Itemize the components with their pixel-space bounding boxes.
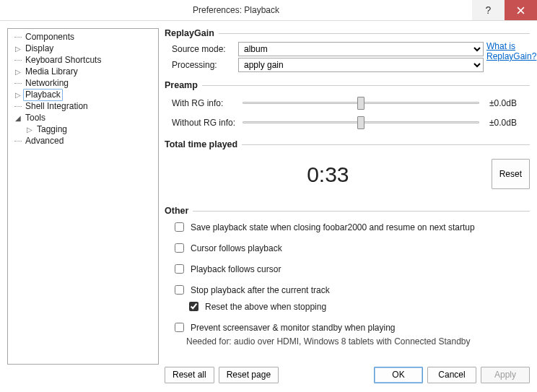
tree-collapsed-icon: ▷	[25, 124, 35, 135]
source-mode-label: Source mode:	[172, 44, 234, 54]
tree-item[interactable]: ▷Display	[10, 43, 156, 54]
prevent-screensaver-label: Prevent screensaver & monitor standby wh…	[191, 323, 395, 333]
playback-follows-checkbox[interactable]	[175, 264, 184, 274]
tree-item[interactable]: Advanced	[10, 135, 156, 147]
tree-item-label: Media Library	[23, 66, 80, 77]
help-button[interactable]: ?	[472, 0, 505, 20]
reset-when-stop-label: Reset the above when stopping	[205, 302, 326, 312]
tree-collapsed-icon: ▷	[13, 66, 23, 77]
close-button[interactable]	[505, 0, 537, 20]
tree-item[interactable]: Components	[10, 31, 156, 43]
tree-item-label: Advanced	[23, 136, 66, 147]
tree-leaf-icon	[13, 136, 23, 147]
tree-leaf-icon	[13, 78, 23, 89]
source-mode-select[interactable]: album	[238, 42, 484, 56]
save-state-label: Save playback state when closing foobar2…	[191, 222, 475, 232]
tree-item-label: Display	[23, 43, 56, 54]
with-rg-slider[interactable]	[243, 96, 479, 109]
cursor-follows-label: Cursor follows playback	[191, 243, 282, 253]
cancel-button[interactable]: Cancel	[427, 367, 476, 383]
tree-item-label: Keyboard Shortcuts	[23, 55, 103, 66]
divider	[193, 211, 530, 212]
other-group: Other Save playback state when closing f…	[165, 206, 530, 347]
processing-select[interactable]: apply gain	[238, 58, 484, 72]
titlebar: Preferences: Playback ?	[0, 0, 537, 21]
help-icon: ?	[486, 4, 492, 16]
playback-follows-label: Playback follows cursor	[191, 264, 281, 274]
tree-expanded-icon: ◢	[13, 113, 23, 123]
total-time-group: Total time played 0:33 Reset	[165, 139, 530, 199]
replaygain-title: ReplayGain	[165, 28, 214, 38]
with-rg-label: With RG info:	[172, 98, 241, 108]
tree-item[interactable]: Shell Integration	[10, 100, 156, 112]
tree-item-label: Playback	[23, 89, 63, 101]
divider	[242, 144, 530, 145]
tree-item[interactable]: ◢Tools	[10, 112, 156, 123]
tree-leaf-icon	[13, 101, 23, 112]
stop-after-label: Stop playback after the current track	[191, 285, 330, 295]
category-tree[interactable]: Components▷DisplayKeyboard Shortcuts▷Med…	[10, 31, 156, 147]
without-rg-label: Without RG info:	[172, 118, 241, 128]
processing-label: Processing:	[172, 60, 234, 70]
tree-collapsed-icon: ▷	[13, 90, 23, 100]
tree-item-label: Components	[23, 32, 77, 43]
tree-item[interactable]: ▷Tagging	[10, 123, 156, 135]
close-icon	[517, 6, 525, 14]
tree-leaf-icon	[13, 55, 23, 66]
preamp-group: Preamp With RG info: ±0.0dB Without RG i…	[165, 80, 530, 132]
divider	[202, 85, 530, 86]
settings-panel: ReplayGain Source mode: album Processing…	[165, 28, 530, 360]
content-area: Components▷DisplayKeyboard Shortcuts▷Med…	[0, 21, 537, 367]
total-time-title: Total time played	[165, 139, 237, 149]
tree-item-label: Tools	[23, 113, 48, 123]
tree-leaf-icon	[13, 32, 23, 43]
tree-item-label: Shell Integration	[23, 101, 90, 112]
tree-item[interactable]: ▷Playback	[10, 89, 156, 100]
tree-item-label: Networking	[23, 78, 71, 89]
divider	[219, 33, 530, 34]
with-rg-value: ±0.0dB	[486, 98, 530, 108]
prevent-screensaver-checkbox[interactable]	[175, 323, 184, 332]
apply-button[interactable]: Apply	[481, 367, 530, 383]
without-rg-value: ±0.0dB	[486, 118, 530, 128]
stop-after-checkbox[interactable]	[175, 285, 184, 295]
replaygain-help-link[interactable]: What is ReplayGain?	[484, 41, 530, 73]
tree-collapsed-icon: ▷	[13, 43, 23, 54]
reset-total-button[interactable]: Reset	[492, 159, 530, 189]
category-tree-panel: Components▷DisplayKeyboard Shortcuts▷Med…	[7, 28, 159, 365]
total-time-value: 0:33	[165, 157, 492, 191]
other-title: Other	[165, 206, 188, 216]
window-title: Preferences: Playback	[0, 0, 472, 20]
ok-button[interactable]: OK	[374, 367, 423, 383]
cursor-follows-checkbox[interactable]	[175, 243, 184, 253]
reset-all-button[interactable]: Reset all	[165, 367, 214, 383]
tree-item-label: Tagging	[35, 124, 69, 135]
save-state-checkbox[interactable]	[175, 222, 184, 232]
screensaver-hint: Needed for: audio over HDMI, Windows 8 t…	[165, 336, 530, 347]
tree-item[interactable]: ▷Media Library	[10, 66, 156, 77]
reset-when-stop-checkbox[interactable]	[189, 302, 198, 311]
reset-page-button[interactable]: Reset page	[219, 367, 279, 383]
preamp-title: Preamp	[165, 80, 198, 90]
replaygain-group: ReplayGain Source mode: album Processing…	[165, 28, 530, 73]
footer-button-bar: Reset all Reset page OK Cancel Apply	[7, 365, 530, 385]
tree-item[interactable]: Networking	[10, 77, 156, 89]
without-rg-slider[interactable]	[243, 116, 479, 129]
tree-item[interactable]: Keyboard Shortcuts	[10, 54, 156, 66]
